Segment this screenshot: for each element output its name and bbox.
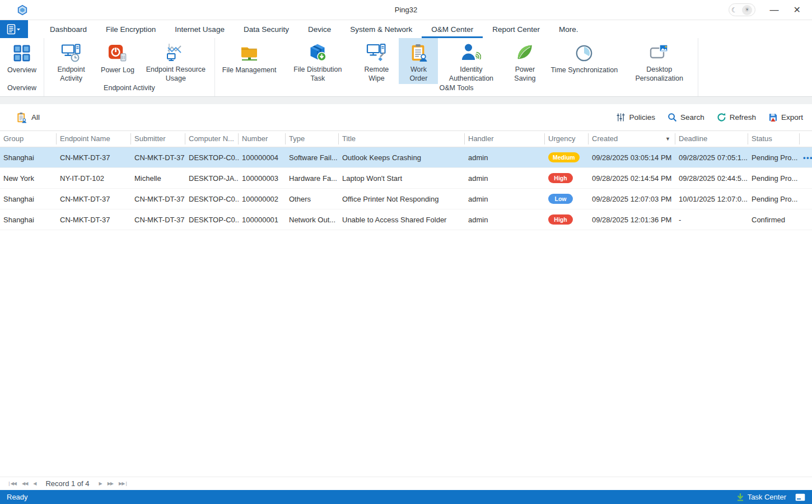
ribbon-item-identity-authentication[interactable]: Identity Authentication (438, 38, 504, 84)
col-header-created[interactable]: Created ▼ (589, 133, 675, 144)
first-record-button[interactable]: ❘◀◀ (7, 481, 16, 486)
clipboard-person-icon (409, 43, 428, 63)
col-header-handler[interactable]: Handler (465, 133, 545, 144)
prev-page-button[interactable]: ◀◀ (22, 481, 27, 486)
sliders-icon (616, 113, 626, 122)
tab-device[interactable]: Device (298, 20, 340, 38)
cell-number: 100000003 (239, 174, 286, 183)
theme-toggle[interactable]: ☾ ☀ (729, 3, 755, 16)
ribbon-item-file-distribution-task[interactable]: File Distribution Task (281, 38, 354, 84)
ribbon: Overview Overview Endpoint Activity (0, 38, 812, 97)
cell-created: 09/28/2025 12:07:03 PM (589, 195, 675, 203)
minimize-button[interactable]: — (770, 6, 779, 15)
col-header-deadline[interactable]: Deadline (675, 133, 748, 144)
ribbon-item-desktop-personalization[interactable]: Desktop Personalization (623, 38, 696, 84)
cell-urgency: Medium (545, 152, 589, 162)
cell-deadline: 10/01/2025 12:07:0... (675, 195, 748, 203)
table-header: Group Endpoint Name Submitter Computer N… (0, 130, 812, 147)
tab-internet-usage[interactable]: Internet Usage (165, 20, 234, 38)
col-header-urgency[interactable]: Urgency (545, 133, 589, 144)
cell-group: New York (0, 174, 57, 183)
tab-om-center[interactable]: O&M Center (422, 20, 483, 38)
sort-desc-icon[interactable]: ▼ (665, 133, 670, 144)
tab-more[interactable]: More. (549, 20, 588, 38)
cell-title: Unable to Access Shared Folder (339, 216, 465, 224)
tab-system-network[interactable]: System & Network (340, 20, 422, 38)
policies-button[interactable]: Policies (616, 113, 655, 122)
next-page-button[interactable]: ▶▶ (108, 481, 113, 486)
cell-endpoint-name: NY-IT-DT-102 (57, 174, 131, 183)
col-header-submitter[interactable]: Submitter (131, 133, 185, 144)
cell-handler: admin (465, 195, 545, 203)
ribbon-item-work-order[interactable]: Work Order (399, 38, 438, 84)
row-menu-button[interactable]: ••• (803, 153, 812, 162)
col-header-status[interactable]: Status (748, 133, 800, 144)
filter-all-button[interactable]: All (16, 112, 40, 123)
title-bar: Ping32 ☾ ☀ — ✕ (0, 0, 812, 20)
tab-report-center[interactable]: Report Center (483, 20, 549, 38)
ribbon-item-label: Power Log (101, 66, 134, 74)
ribbon-item-power-log[interactable]: Power Log (96, 38, 139, 84)
next-record-button[interactable]: ▶ (99, 481, 102, 486)
tab-data-security[interactable]: Data Security (234, 20, 298, 38)
col-header-endpoint-name[interactable]: Endpoint Name (57, 133, 131, 144)
status-bar: Ready Task Center (0, 490, 812, 504)
clock-icon (575, 43, 594, 64)
cell-overflow: ••• (800, 153, 812, 162)
col-header-number[interactable]: Number (239, 133, 286, 144)
ribbon-group-endpoint-activity: Endpoint Activity Power Log (44, 38, 215, 96)
ribbon-item-remote-wipe[interactable]: Remote Wipe (354, 38, 399, 84)
cell-created: 09/28/2025 03:05:14 PM (589, 153, 675, 162)
main-menu-button[interactable] (0, 20, 28, 38)
export-button[interactable]: Export (768, 113, 803, 122)
clipboard-person-icon (16, 112, 27, 123)
ribbon-item-file-management[interactable]: File Management (217, 38, 282, 84)
ribbon-item-endpoint-activity[interactable]: Endpoint Activity (46, 38, 96, 84)
refresh-button[interactable]: Refresh (717, 113, 756, 122)
ribbon-item-power-saving[interactable]: Power Saving (504, 38, 545, 84)
table-row[interactable]: Shanghai CN-MKT-DT-37 CN-MKT-DT-37 DESKT… (0, 189, 812, 209)
table-row[interactable]: New York NY-IT-DT-102 Michelle DESKTOP-J… (0, 168, 812, 189)
export-icon (768, 113, 778, 122)
tab-file-encryption[interactable]: File Encryption (96, 20, 165, 38)
download-arrow-icon (736, 493, 744, 501)
table-row[interactable]: Shanghai CN-MKT-DT-37 CN-MKT-DT-37 DESKT… (0, 209, 812, 230)
ribbon-group-label: Overview (0, 84, 44, 96)
cell-deadline: - (675, 216, 748, 224)
col-header-type[interactable]: Type (286, 133, 339, 144)
tab-dashboard[interactable]: Dashboard (40, 20, 96, 38)
monitor-brush-icon (366, 43, 386, 63)
prev-record-button[interactable]: ◀ (33, 481, 36, 486)
col-header-computer-name[interactable]: Computer N... (185, 133, 239, 144)
ribbon-item-label: Endpoint Activity (52, 65, 91, 83)
ribbon-item-overview[interactable]: Overview (2, 38, 41, 84)
ribbon-group-overview: Overview Overview (0, 38, 44, 96)
task-center-button[interactable]: Task Center (736, 493, 786, 501)
close-button[interactable]: ✕ (794, 6, 801, 15)
ribbon-group-label: Endpoint Activity (44, 84, 214, 96)
cell-title: Office Printer Not Responding (339, 195, 465, 203)
col-header-created-label: Created (592, 133, 618, 144)
sun-icon[interactable]: ☀ (742, 5, 752, 15)
folder-network-icon (239, 43, 259, 64)
urgency-badge: High (548, 173, 573, 183)
col-header-title[interactable]: Title (339, 133, 465, 144)
cell-handler: admin (465, 174, 545, 183)
overview-grid-icon (12, 43, 31, 64)
cell-type: Software Fail... (286, 153, 339, 162)
cell-number: 100000004 (239, 153, 286, 162)
col-header-group[interactable]: Group (0, 133, 57, 144)
ribbon-item-endpoint-resource-usage[interactable]: Endpoint Resource Usage (139, 38, 212, 84)
cell-computer-name: DESKTOP-C0... (185, 216, 239, 224)
ribbon-group-om-tools: File Management File Distribution Task (215, 38, 698, 96)
cell-deadline: 09/28/2025 07:05:1... (675, 153, 748, 162)
table-row[interactable]: Shanghai CN-MKT-DT-37 CN-MKT-DT-37 DESKT… (0, 147, 812, 168)
cell-status: Pending Pro... (748, 153, 800, 162)
ribbon-item-time-synchronization[interactable]: Time Synchronization (545, 38, 623, 84)
last-record-button[interactable]: ▶▶❘ (119, 481, 128, 486)
search-button[interactable]: Search (668, 113, 704, 122)
empty-table-area (0, 230, 812, 477)
console-panel-icon[interactable] (795, 493, 805, 501)
moon-icon[interactable]: ☾ (731, 7, 738, 13)
search-icon (668, 113, 677, 122)
